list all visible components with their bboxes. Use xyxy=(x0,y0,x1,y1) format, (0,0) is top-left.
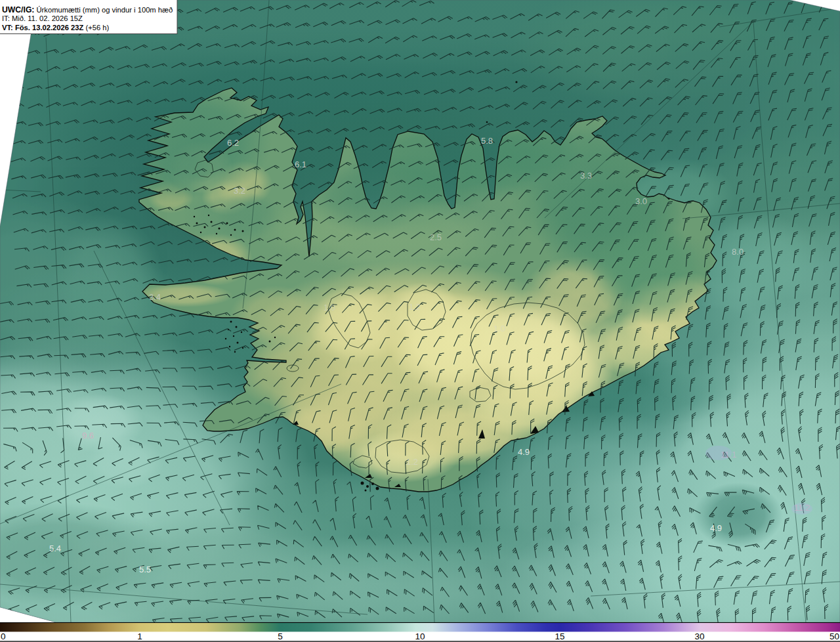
svg-text:1.2: 1.2 xyxy=(406,457,418,467)
svg-text:5: 5 xyxy=(278,631,283,641)
svg-text:1.0: 1.0 xyxy=(324,303,335,312)
svg-text:1: 1 xyxy=(137,631,142,641)
svg-text:8.0: 8.0 xyxy=(732,247,744,257)
svg-text:11.2: 11.2 xyxy=(794,503,810,513)
svg-text:3.2: 3.2 xyxy=(234,186,245,196)
svg-text:9.6: 9.6 xyxy=(82,431,94,440)
svg-text:UWC/IG: Úrkomumætti (mm) og vi: UWC/IG: Úrkomumætti (mm) og vindur i 100… xyxy=(2,5,173,14)
svg-text:11.1: 11.1 xyxy=(721,450,736,460)
svg-text:6.1: 6.1 xyxy=(295,160,306,169)
svg-text:1.2: 1.2 xyxy=(409,302,421,312)
svg-text:IT: Mið. 11. 02. 2026 15Z: IT: Mið. 11. 02. 2026 15Z xyxy=(2,14,83,22)
svg-text:VT: Fös. 13.02.2026 23Z (+56 h: VT: Fös. 13.02.2026 23Z (+56 h) xyxy=(2,24,110,32)
svg-text:3.0: 3.0 xyxy=(635,196,647,206)
svg-text:3.3: 3.3 xyxy=(580,171,592,181)
svg-text:0: 0 xyxy=(1,631,6,641)
svg-text:5.8: 5.8 xyxy=(481,136,493,146)
svg-text:15: 15 xyxy=(555,631,564,641)
svg-text:6.2: 6.2 xyxy=(227,138,239,148)
svg-text:10: 10 xyxy=(415,631,425,641)
svg-text:4.9: 4.9 xyxy=(518,447,530,457)
svg-text:4.9: 4.9 xyxy=(710,523,722,533)
svg-text:5.4: 5.4 xyxy=(49,544,61,553)
svg-text:1.0: 1.0 xyxy=(494,324,505,333)
svg-text:30: 30 xyxy=(694,631,704,641)
svg-text:50: 50 xyxy=(830,631,839,641)
svg-text:3.4: 3.4 xyxy=(149,292,161,302)
svg-text:2.5: 2.5 xyxy=(430,232,442,242)
svg-text:5.5: 5.5 xyxy=(139,565,151,574)
